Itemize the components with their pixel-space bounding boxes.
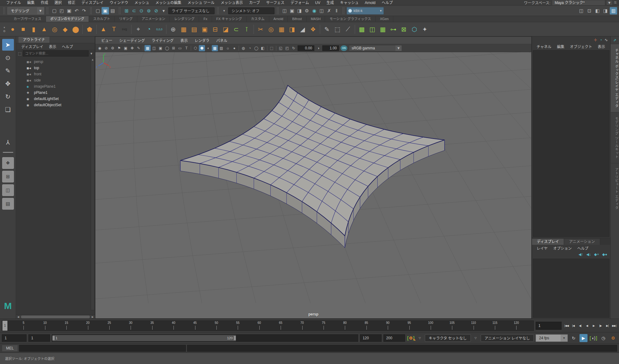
smooth-icon[interactable]: ▣ [199,24,210,35]
auto-key-toggle[interactable] [407,334,415,342]
menu-12[interactable]: サーフェス [263,0,287,6]
time-slider-ruler[interactable]: 5101520253035404550556065707580859095100… [2,320,534,331]
graph-icon[interactable]: ∿ [604,38,608,42]
character-set-caret-icon[interactable]: ▽ [417,335,423,341]
shelf-caret-icon[interactable]: ▾ [4,26,5,29]
menu-10[interactable]: メッシュ表示 [218,0,246,6]
viewport-menu-4[interactable]: レンダラ [191,38,213,43]
step-back-frame-button[interactable]: |◀ [570,322,576,330]
render-frame-icon[interactable]: ◫ [281,7,288,15]
step-back-key-button[interactable]: ◀| [577,322,583,330]
arnold-renderview-icon[interactable]: ◉ [311,7,318,15]
snap-options-caret[interactable]: ▾ [160,7,167,15]
sidebar-toggle-icon[interactable]: ▥ [610,7,617,15]
motion-blur-icon[interactable]: ◔ [247,45,253,51]
scale-tool[interactable]: ❏ [2,104,14,115]
shelf-tab-10[interactable]: Bifrost [288,16,306,22]
toolkit-object-mode-icon[interactable]: ▩ [357,24,367,35]
xray-icon[interactable]: ◱ [278,45,284,51]
account-dropdown[interactable]: ktbt-k ▼ [347,7,384,15]
toolkit-connect-icon[interactable]: ⊠ [399,24,409,35]
workspace-dropdown[interactable]: Maya クラシック* [552,0,605,5]
pause-viewport-icon[interactable]: ‖ [333,7,340,15]
outliner-menu-1[interactable]: 表示 [46,44,59,49]
viewport-menu-0[interactable]: ビュー [98,38,116,43]
ui-grid-toggle-icon[interactable]: ◫ [578,7,585,15]
tool-separator[interactable] [3,152,13,153]
range-slider-track[interactable]: 1 120 [52,334,358,342]
toolkit-edge-icon[interactable]: ▦ [378,24,388,35]
quad-draw-icon[interactable]: ▦ [276,24,287,35]
shelf-tab-8[interactable]: カスタム [247,16,269,22]
mute-audio-icon[interactable]: ◖) [589,334,597,342]
arc-length-icon[interactable]: ◔ [144,24,154,35]
statusline-grip[interactable] [3,7,5,14]
open-scene-icon[interactable]: ◰ [58,7,65,15]
sidebar-tab-0[interactable]: チャネル ボックス/レイヤ エディタ [611,44,619,112]
wireframe-icon[interactable]: ⬡ [192,45,199,51]
menu-16[interactable]: キャッシュ [337,0,362,6]
lights-icon[interactable]: ☼ [225,45,231,51]
shelf-tab-6[interactable]: Fx [199,16,212,22]
multisample-icon[interactable]: ◯ [253,45,259,51]
gauge-icon[interactable]: ◔ [600,38,602,42]
menu-18[interactable]: ヘルプ [379,0,396,6]
outliner-menu-2[interactable]: ヘルプ [59,44,76,49]
menu-11[interactable]: カーブ [246,0,263,6]
sidebar-expand-icon[interactable]: ⇗ [613,36,616,44]
extrude-icon[interactable]: ⊺ [241,24,252,35]
play-backwards-button[interactable]: ◀ [584,322,590,330]
symmetry-field[interactable]: シンメトリ: オフ [228,7,274,14]
shelf-tab-13[interactable]: XGen [376,16,393,22]
menu-0[interactable]: ファイル [3,0,24,6]
step-forward-frame-button[interactable]: ▶| [604,322,610,330]
menu-2[interactable]: 作成 [38,0,51,6]
layer-menu-2[interactable]: ヘルプ [575,245,591,251]
command-input[interactable] [19,345,186,352]
fps-dropdown[interactable]: 24 fps ▼ [536,334,568,342]
layer-tab-0[interactable]: ディスプレイ [532,239,564,245]
render-settings-icon[interactable]: ⚙ [303,7,311,15]
platonic-solid-icon[interactable]: ⬟ [84,24,95,35]
pan-zoom-2d-icon[interactable]: ✥ [129,45,135,51]
combine-icon[interactable]: ▦ [178,24,189,35]
select-component-icon[interactable]: ▤ [109,7,116,15]
shelf-tab-4[interactable]: アニメーション [137,16,170,22]
shelf-tab-7[interactable]: FX キャッシング [212,16,247,22]
film-gate-icon[interactable]: ◫ [151,45,157,51]
viewport-menu-3[interactable]: 表示 [177,38,191,43]
live-surface-field[interactable]: ライブ サーフェスなし [168,7,215,14]
gamma-field[interactable]: 1.00 [322,45,339,51]
shelf-menu-icons[interactable]: ▾⚙ [1,26,7,33]
statusline-grip[interactable] [47,7,48,14]
toolkit-symmetry-icon[interactable]: ⬡ [409,24,420,35]
sidebar-tab-2[interactable]: アトリビュート エディタ [611,163,619,214]
shelf-gear-icon[interactable]: ⚙ [3,30,6,33]
menu-3[interactable]: 選択 [51,0,65,6]
playback-end-field[interactable]: 120 [360,334,382,342]
shelf-tab-9[interactable]: Arnold [269,16,288,22]
workspace-caret-icon[interactable]: ▼ [607,1,612,5]
mirror-icon[interactable]: ◨ [287,24,297,35]
character-set-dropdown[interactable]: キャラクタ セットなし [425,334,471,342]
wireframe-on-shaded-icon[interactable]: ◐ [205,45,211,51]
poly-cone-icon[interactable]: ▲ [39,24,49,35]
layout-single-pane[interactable]: ❖ [2,157,14,169]
viewport-menu-2[interactable]: ライティング [148,38,177,43]
scroll-up-icon[interactable]: ▲ [91,58,94,310]
menu-9[interactable]: メッシュ ツール [184,0,217,6]
select-tool[interactable]: ➤ [2,39,14,51]
poly-cube-icon[interactable]: ■ [18,24,28,35]
layout-two-pane[interactable]: ◫ [2,184,14,196]
menu-8[interactable]: メッシュの編集 [152,0,184,6]
undo-icon[interactable]: ↶ [73,7,80,15]
isolate-select-icon[interactable]: ⬚ [269,45,275,51]
outliner-menu-0[interactable]: ディスプレイ [19,44,46,49]
separate-icon[interactable]: ▤ [189,24,199,35]
paint-select-tool[interactable]: ✎ [2,65,14,77]
move-tool[interactable]: ✥ [2,78,14,90]
menu-14[interactable]: UV [312,0,324,6]
channelbox-menu-2[interactable]: オブジェクト [567,44,595,49]
sphere-projection-icon[interactable]: ⊕ [168,24,178,35]
shadows-icon[interactable]: ● [231,45,237,51]
